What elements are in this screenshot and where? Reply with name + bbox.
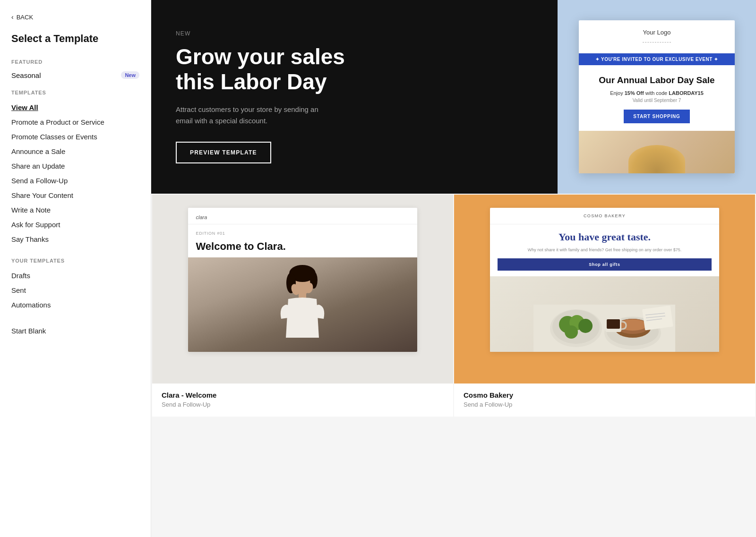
clara-header: clara — [188, 208, 417, 224]
email-offer: Enjoy 15% Off with code LABORDAY15 — [589, 90, 724, 96]
clara-email-mockup: clara EDITION #01 Welcome to Clara. — [188, 208, 417, 352]
sidebar: ‹ BACK Select a Template FEATURED Season… — [0, 0, 151, 537]
sidebar-item-ask-support[interactable]: Ask for Support — [11, 217, 139, 232]
template-card-cosmo[interactable]: COSMO BAKERY You have great taste. Why n… — [454, 195, 755, 417]
cosmo-photo — [490, 276, 719, 352]
person-illustration — [274, 262, 331, 352]
email-logo-underline — [643, 42, 671, 43]
clara-photo — [188, 257, 417, 352]
cosmo-card-type: Send a Follow-Up — [464, 401, 746, 408]
clara-preview-bg: clara EDITION #01 Welcome to Clara. — [152, 195, 453, 384]
email-title: Our Annual Labor Day Sale — [589, 75, 724, 86]
clara-title: Welcome to Clara. — [188, 236, 417, 257]
template-card-clara[interactable]: clara EDITION #01 Welcome to Clara. — [152, 195, 453, 417]
your-templates-label: YOUR TEMPLATES — [11, 258, 139, 264]
food-illustration — [490, 276, 719, 352]
clara-edition: EDITION #01 — [188, 227, 417, 236]
templates-section: TEMPLATES View All Promote a Product or … — [11, 90, 139, 247]
featured-item-name: Seasonal — [11, 71, 41, 79]
preview-template-button[interactable]: PREVIEW TEMPLATE — [176, 142, 271, 163]
cosmo-email-mockup: COSMO BAKERY You have great taste. Why n… — [490, 208, 719, 352]
templates-grid: clara EDITION #01 Welcome to Clara. — [151, 194, 756, 418]
basket-shape — [628, 145, 685, 173]
clara-logo: clara — [196, 214, 409, 220]
email-cta-button: START SHOPPING — [624, 110, 689, 123]
sidebar-item-share-update[interactable]: Share an Update — [11, 159, 139, 173]
email-logo-text: Your Logo — [587, 29, 726, 36]
email-valid: Valid until September 7 — [589, 98, 724, 103]
sidebar-item-view-all[interactable]: View All — [11, 100, 139, 115]
featured-item[interactable]: Seasonal New — [11, 69, 139, 87]
back-chevron-icon: ‹ — [11, 13, 14, 21]
back-button[interactable]: ‹ BACK — [11, 13, 139, 21]
clara-card-info: Clara - Welcome Send a Follow-Up — [152, 384, 453, 417]
start-blank-button[interactable]: Start Blank — [11, 324, 139, 338]
sidebar-item-write-note[interactable]: Write a Note — [11, 203, 139, 217]
cosmo-cta: Shop all gifts — [498, 258, 711, 271]
email-body: Our Annual Labor Day Sale Enjoy 15% Off … — [579, 65, 735, 131]
email-logo-area: Your Logo — [579, 20, 735, 53]
email-mockup: Your Logo ✦ YOU'RE INVITED TO OUR EXCLUS… — [579, 20, 735, 174]
hero-section: NEW Grow your sales this Labor Day Attra… — [151, 0, 756, 194]
sidebar-item-share-content[interactable]: Share Your Content — [11, 188, 139, 203]
sidebar-item-promote-classes[interactable]: Promote Classes or Events — [11, 129, 139, 144]
hero-text-area: NEW Grow your sales this Labor Day Attra… — [151, 0, 558, 194]
templates-section-label: TEMPLATES — [11, 90, 139, 95]
sidebar-item-drafts[interactable]: Drafts — [11, 268, 139, 283]
hero-email-preview: Your Logo ✦ YOU'RE INVITED TO OUR EXCLUS… — [558, 0, 756, 194]
clara-card-name: Clara - Welcome — [162, 391, 444, 399]
email-banner: ✦ YOU'RE INVITED TO OUR EXCLUSIVE EVENT … — [579, 53, 735, 65]
cosmo-card-info: Cosmo Bakery Send a Follow-Up — [454, 384, 755, 417]
sidebar-item-send-followup[interactable]: Send a Follow-Up — [11, 173, 139, 188]
page-title: Select a Template — [11, 32, 139, 46]
your-templates-section: YOUR TEMPLATES Drafts Sent Automations — [11, 258, 139, 312]
cosmo-card-name: Cosmo Bakery — [464, 391, 746, 399]
cosmo-headline: You have great taste. — [490, 224, 719, 247]
main-content: NEW Grow your sales this Labor Day Attra… — [151, 0, 756, 537]
featured-section-label: FEATURED — [11, 59, 139, 65]
hero-heading: Grow your sales this Labor Day — [176, 44, 355, 94]
sidebar-item-automations[interactable]: Automations — [11, 298, 139, 312]
sidebar-item-sent[interactable]: Sent — [11, 283, 139, 298]
cosmo-sub: Why not share it with family and friends… — [490, 247, 719, 258]
cosmo-preview-bg: COSMO BAKERY You have great taste. Why n… — [454, 195, 755, 384]
sidebar-item-say-thanks[interactable]: Say Thanks — [11, 232, 139, 247]
svg-rect-20 — [607, 319, 620, 329]
back-label: BACK — [17, 14, 33, 21]
svg-point-13 — [565, 325, 578, 339]
cosmo-brand: COSMO BAKERY — [498, 213, 711, 218]
clara-card-type: Send a Follow-Up — [162, 401, 444, 408]
new-badge: New — [121, 71, 139, 79]
cosmo-header: COSMO BAKERY — [490, 208, 719, 224]
svg-point-12 — [578, 319, 593, 333]
email-image-placeholder — [579, 131, 735, 173]
hero-description: Attract customers to your store by sendi… — [176, 104, 336, 127]
hero-new-label: NEW — [176, 30, 533, 37]
sidebar-item-announce-sale[interactable]: Announce a Sale — [11, 144, 139, 159]
sidebar-item-promote-product[interactable]: Promote a Product or Service — [11, 115, 139, 129]
